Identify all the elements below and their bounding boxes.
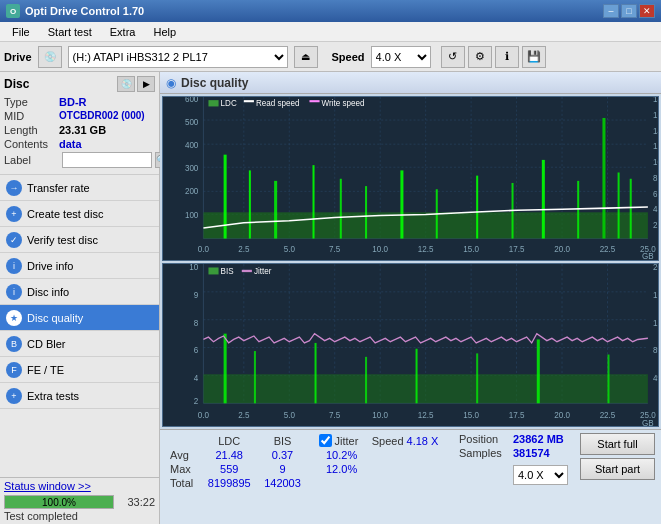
nav-transfer-rate[interactable]: → Transfer rate xyxy=(0,175,159,201)
max-jitter: 12.0% xyxy=(315,462,367,476)
nav-extra-tests[interactable]: + Extra tests xyxy=(0,383,159,409)
nav-cd-bler[interactable]: B CD Bler xyxy=(0,331,159,357)
type-value: BD-R xyxy=(59,96,87,108)
svg-text:4%: 4% xyxy=(653,372,658,383)
svg-text:GB: GB xyxy=(642,417,654,426)
jitter-header-label: Jitter xyxy=(334,435,358,447)
eject-button[interactable]: ⏏ xyxy=(294,46,318,68)
extra-tests-icon: + xyxy=(6,388,22,404)
avg-ldc: 21.48 xyxy=(201,448,258,462)
svg-rect-57 xyxy=(602,118,605,239)
minimize-button[interactable]: – xyxy=(603,4,619,18)
svg-text:BIS: BIS xyxy=(221,265,234,276)
mid-value: OTCBDR002 (000) xyxy=(59,110,145,122)
settings-button[interactable]: ⚙ xyxy=(468,46,492,68)
disc-icon-2[interactable]: ▶ xyxy=(137,76,155,92)
maximize-button[interactable]: □ xyxy=(621,4,637,18)
max-spacer xyxy=(307,462,315,476)
speed-select[interactable]: 4.0 X 1.0 X 2.0 X 6.0 X 8.0 X xyxy=(371,46,431,68)
max-label: Max xyxy=(166,462,201,476)
right-stats: Position 23862 MB Samples 381574 4.0 X 2… xyxy=(459,433,568,485)
nav-create-test-disc[interactable]: + Create test disc xyxy=(0,201,159,227)
svg-text:7.5: 7.5 xyxy=(329,409,340,420)
nav-verify-test-disc[interactable]: ✓ Verify test disc xyxy=(0,227,159,253)
svg-text:Jitter: Jitter xyxy=(254,265,272,276)
save-button[interactable]: 💾 xyxy=(522,46,546,68)
svg-text:12×: 12× xyxy=(653,142,658,151)
stats-header-jitter: Jitter xyxy=(315,433,367,448)
disc-section: Disc 💿 ▶ Type BD-R MID OTCBDR002 (000) L… xyxy=(0,72,159,175)
svg-text:0.0: 0.0 xyxy=(198,409,209,420)
status-window-button[interactable]: Status window >> xyxy=(4,480,91,492)
jitter-checkbox[interactable] xyxy=(319,434,332,447)
svg-rect-112 xyxy=(537,339,540,403)
right-panel: ◉ Disc quality xyxy=(160,72,661,524)
svg-text:4: 4 xyxy=(194,372,199,383)
drive-label: Drive xyxy=(4,51,32,63)
svg-rect-111 xyxy=(476,353,478,403)
sidebar: Disc 💿 ▶ Type BD-R MID OTCBDR002 (000) L… xyxy=(0,72,160,524)
svg-text:7.5: 7.5 xyxy=(329,245,341,254)
nav-label-cd-bler: CD Bler xyxy=(27,338,66,350)
svg-rect-108 xyxy=(315,342,317,402)
svg-rect-53 xyxy=(476,176,478,239)
disc-section-label: Disc xyxy=(4,77,29,91)
total-speed-spacer xyxy=(368,476,451,490)
avg-jitter: 10.2% xyxy=(315,448,367,462)
nav-disc-quality[interactable]: ★ Disc quality xyxy=(0,305,159,331)
svg-text:17.5: 17.5 xyxy=(509,245,525,254)
svg-text:GB: GB xyxy=(642,252,654,259)
svg-text:12.5: 12.5 xyxy=(418,409,434,420)
nav-label-create-test-disc: Create test disc xyxy=(27,208,103,220)
samples-value: 381574 xyxy=(513,447,550,459)
status-message: Test completed xyxy=(4,510,155,522)
total-jitter-empty xyxy=(315,476,367,490)
svg-rect-48 xyxy=(313,165,315,238)
svg-text:10.0: 10.0 xyxy=(372,409,388,420)
menu-file[interactable]: File xyxy=(4,24,38,40)
svg-rect-56 xyxy=(577,181,579,239)
nav-disc-info[interactable]: i Disc info xyxy=(0,279,159,305)
stats-panel: LDC BIS Jitter Speed xyxy=(160,429,661,524)
start-full-button[interactable]: Start full xyxy=(580,433,655,455)
svg-rect-47 xyxy=(274,181,277,239)
nav-drive-info[interactable]: i Drive info xyxy=(0,253,159,279)
close-button[interactable]: ✕ xyxy=(639,4,655,18)
type-label: Type xyxy=(4,96,59,108)
menu-extra[interactable]: Extra xyxy=(102,24,144,40)
avg-bis: 0.37 xyxy=(258,448,308,462)
svg-rect-58 xyxy=(618,172,620,238)
speed-stat-select[interactable]: 4.0 X 2.0 X 6.0 X xyxy=(513,465,568,485)
svg-text:10.0: 10.0 xyxy=(372,245,388,254)
avg-speed-spacer xyxy=(368,448,451,462)
svg-text:9: 9 xyxy=(194,289,199,300)
drive-select[interactable]: (H:) ATAPI iHBS312 2 PL17 xyxy=(68,46,288,68)
disc-icon-1[interactable]: 💿 xyxy=(117,76,135,92)
stats-header-spacer xyxy=(307,433,315,448)
menu-bar: File Start test Extra Help xyxy=(0,22,661,42)
svg-rect-46 xyxy=(249,170,251,238)
nav-fe-te[interactable]: F FE / TE xyxy=(0,357,159,383)
svg-rect-62 xyxy=(244,100,254,102)
svg-text:4×: 4× xyxy=(653,205,658,214)
transfer-rate-icon: → xyxy=(6,180,22,196)
top-chart-svg: 600 500 400 300 200 100 18× 16× 14× 12× … xyxy=(163,97,658,260)
start-part-button[interactable]: Start part xyxy=(580,458,655,480)
disc-info-icon: i xyxy=(6,284,22,300)
svg-rect-59 xyxy=(630,179,632,239)
status-time: 33:22 xyxy=(120,496,155,508)
drive-icon-button[interactable]: 💿 xyxy=(38,46,62,68)
menu-start-test[interactable]: Start test xyxy=(40,24,100,40)
length-label: Length xyxy=(4,124,59,136)
info-button[interactable]: ℹ xyxy=(495,46,519,68)
svg-text:6: 6 xyxy=(194,344,199,355)
speed-stat-label: Speed xyxy=(372,435,404,447)
stats-header-speed: Speed 4.18 X xyxy=(368,433,451,448)
label-input[interactable] xyxy=(62,152,152,168)
svg-text:14×: 14× xyxy=(653,127,658,136)
svg-text:20.0: 20.0 xyxy=(554,409,570,420)
svg-rect-109 xyxy=(365,356,367,402)
progress-bar: 100.0% xyxy=(4,495,114,509)
menu-help[interactable]: Help xyxy=(145,24,184,40)
refresh-button[interactable]: ↺ xyxy=(441,46,465,68)
